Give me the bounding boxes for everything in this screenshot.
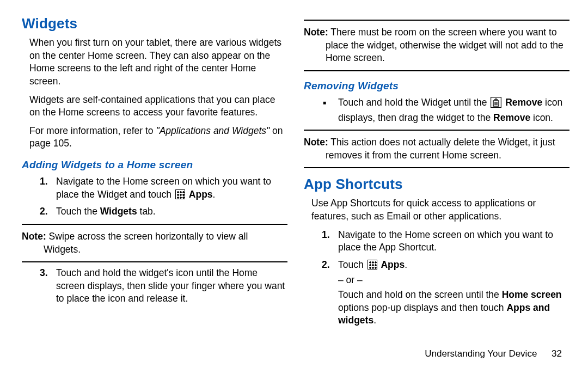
list-item: Navigate to the Home screen on which you… — [335, 229, 569, 254]
text: Touch and hold on the screen until the H… — [338, 289, 569, 327]
para: When you first turn on your tablet, ther… — [29, 36, 287, 88]
text: . — [405, 259, 407, 270]
note: Note: This action does not actually dele… — [304, 136, 569, 162]
subheading-removing-widgets: Removing Widgets — [304, 80, 569, 92]
para: For more information, refer to "Applicat… — [29, 125, 287, 150]
list-item: Touch the Widgets tab. — [53, 205, 287, 218]
crossref: "Applications and Widgets" — [156, 125, 270, 136]
apps-icon — [175, 189, 185, 199]
label-remove: Remove — [493, 112, 530, 123]
note-text: There must be room on the screen where y… — [326, 27, 564, 63]
divider — [304, 70, 569, 71]
divider — [304, 167, 569, 168]
heading-app-shortcuts: App Shortcuts — [304, 176, 569, 193]
text: Touch and hold on the screen until the — [338, 289, 502, 300]
text: . — [373, 315, 376, 326]
note-text: Swipe across the screen horizontally to … — [44, 231, 248, 255]
note-label: Note: — [304, 27, 328, 38]
text: Touch and hold the Widget until the — [338, 97, 489, 108]
text: For more information, refer to — [29, 125, 156, 136]
text: icon. — [530, 112, 553, 123]
label-remove: Remove — [505, 97, 542, 108]
text: Navigate to the Home screen on which you… — [56, 176, 271, 200]
subheading-adding-widgets: Adding Widgets to a Home screen — [22, 159, 287, 171]
divider — [304, 20, 569, 21]
text: Touch the — [56, 206, 100, 217]
heading-widgets: Widgets — [22, 15, 287, 32]
note: Note: Swipe across the screen horizontal… — [22, 230, 287, 256]
list-item: Touch Apps. – or – Touch and hold on the… — [335, 259, 569, 327]
remove-icon — [491, 97, 501, 112]
divider — [304, 130, 569, 131]
page-body: Widgets When you first turn on your tabl… — [0, 0, 588, 348]
label-home-screen: Home screen — [502, 289, 562, 300]
para: Widgets are self-contained applications … — [29, 94, 287, 119]
text: tab. — [137, 206, 156, 217]
list-item: Touch and hold the Widget until the Remo… — [335, 96, 569, 124]
steps-list: Navigate to the Home screen on which you… — [321, 229, 569, 327]
label-apps: Apps — [381, 259, 405, 270]
bullet-list: Touch and hold the Widget until the Remo… — [321, 96, 569, 124]
list-item: Touch and hold the widget's icon until t… — [53, 267, 287, 305]
note-label: Note: — [22, 231, 46, 242]
page-footer: Understanding Your Device 32 — [0, 348, 588, 359]
chapter-title: Understanding Your Device — [425, 348, 537, 359]
note-text: This action does not actually delete the… — [326, 137, 555, 161]
divider — [22, 224, 287, 225]
note: Note: There must be room on the screen w… — [304, 26, 569, 65]
right-column: Note: There must be room on the screen w… — [304, 15, 569, 343]
page-number: 32 — [552, 348, 562, 359]
text: Touch — [338, 259, 366, 270]
label-widgets: Widgets — [100, 206, 137, 217]
list-item: Navigate to the Home screen on which you… — [53, 175, 287, 201]
text: options pop-up displays and then touch — [338, 302, 506, 313]
or-text: – or – — [338, 274, 569, 287]
label-apps: Apps — [189, 189, 213, 200]
text: . — [213, 189, 216, 200]
note-label: Note: — [304, 137, 328, 148]
left-column: Widgets When you first turn on your tabl… — [22, 15, 287, 343]
para: Use App Shortcuts for quick access to ap… — [311, 197, 569, 223]
steps-list: Navigate to the Home screen on which you… — [39, 175, 287, 218]
apps-icon — [367, 260, 377, 270]
divider — [22, 261, 287, 262]
steps-list: Touch and hold the widget's icon until t… — [39, 267, 287, 305]
